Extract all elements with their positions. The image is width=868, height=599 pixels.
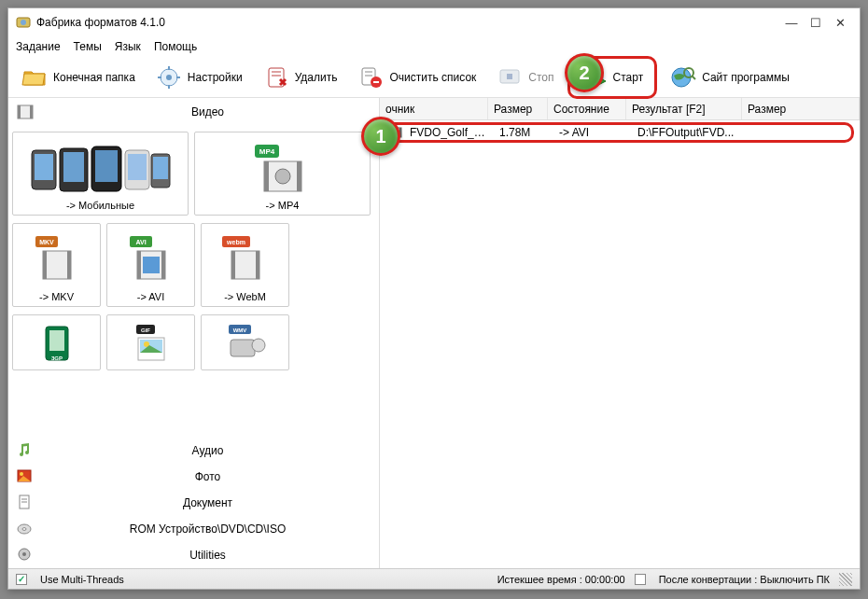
annotation-1: 1: [361, 117, 400, 156]
svg-point-68: [252, 339, 265, 352]
category-video-header[interactable]: Видео: [8, 98, 379, 126]
svg-text:MP4: MP4: [259, 147, 274, 156]
delete-label: Удалить: [295, 71, 338, 84]
delete-icon: [263, 64, 289, 91]
cell-result: D:\FFOutput\FVD...: [632, 126, 850, 139]
settings-button[interactable]: Настройки: [148, 61, 250, 94]
clear-list-button[interactable]: Очистить список: [350, 61, 483, 94]
svg-line-21: [692, 76, 695, 79]
svg-rect-30: [95, 150, 118, 182]
multithreads-label: Use Multi-Threads: [40, 574, 124, 585]
col-state[interactable]: Состояние: [548, 98, 626, 119]
afterconvert-checkbox[interactable]: [635, 574, 646, 585]
photo-label: Фото: [44, 470, 371, 483]
stop-button[interactable]: Стоп: [489, 61, 561, 94]
list-body[interactable]: FVDO_Golf_7... 1.78M -> AVI D:\FFOutput\…: [380, 120, 860, 568]
category-utilities[interactable]: Utilities: [8, 542, 379, 568]
stop-label: Стоп: [528, 71, 553, 84]
stop-icon: [497, 64, 523, 91]
maximize-button[interactable]: ☐: [804, 13, 828, 32]
category-document[interactable]: Документ: [8, 490, 379, 516]
minimize-button[interactable]: —: [779, 13, 804, 32]
tile-mp4[interactable]: MP4 -> MP4: [194, 132, 371, 216]
globe-icon: [670, 64, 696, 91]
col-result[interactable]: Результат [F2]: [626, 98, 742, 119]
tile-wmv[interactable]: WMV: [201, 314, 289, 370]
svg-text:AVI: AVI: [135, 239, 146, 245]
format-grid: -> Мобильные MP4 -> MP4: [8, 126, 379, 438]
clear-icon: [357, 64, 384, 91]
app-window: Фабрика форматов 4.1.0 — ☐ ✕ Задание Тем…: [7, 7, 861, 590]
svg-point-70: [20, 472, 23, 476]
svg-rect-23: [18, 105, 21, 118]
cell-state: -> AVI: [553, 126, 632, 139]
tile-mkv[interactable]: MKV -> MKV: [12, 223, 101, 307]
start-label: Старт: [613, 71, 644, 84]
svg-rect-28: [63, 152, 84, 182]
gear-icon: [156, 64, 182, 91]
delete-button[interactable]: Удалить: [256, 61, 345, 94]
annotation-2: 2: [565, 53, 604, 92]
multithreads-checkbox[interactable]: [16, 574, 27, 585]
tile-avi[interactable]: AVI -> AVI: [106, 223, 195, 307]
wmv-icon: WMV: [205, 321, 285, 366]
svg-text:GIF: GIF: [141, 327, 150, 333]
dest-folder-button[interactable]: Конечная папка: [14, 61, 143, 94]
svg-rect-39: [297, 161, 301, 191]
statusbar: Use Multi-Threads Истекшее время : 00:00…: [8, 568, 860, 589]
document-icon: [16, 494, 35, 512]
resize-grip[interactable]: [839, 573, 852, 586]
tile-3gp[interactable]: 3GP: [12, 314, 101, 370]
menu-language[interactable]: Язык: [115, 40, 141, 53]
menubar: Задание Темы Язык Помощь: [8, 36, 860, 57]
gif-icon: GIF: [111, 321, 190, 366]
elapsed-label: Истекшее время : 00:00:00: [497, 574, 625, 585]
titlebar: Фабрика форматов 4.1.0 — ☐ ✕: [8, 8, 860, 36]
mkv-icon: MKV: [17, 230, 96, 291]
category-list: Аудио Фото Документ ROM Устройство\DVD\C…: [8, 438, 379, 568]
svg-rect-44: [43, 251, 47, 279]
svg-rect-51: [143, 257, 160, 273]
svg-point-75: [22, 528, 26, 531]
svg-text:WMV: WMV: [232, 327, 246, 333]
rom-label: ROM Устройство\DVD\CD\ISO: [44, 522, 371, 536]
tile-label: -> AVI: [137, 291, 164, 302]
col-size2[interactable]: Размер: [742, 98, 860, 119]
svg-rect-26: [35, 154, 53, 180]
site-button[interactable]: Сайт программы: [663, 61, 797, 94]
svg-point-1: [21, 20, 26, 25]
tile-webm[interactable]: webm -> WebM: [201, 223, 289, 307]
gear-small-icon: [16, 546, 35, 564]
cell-name: FVDO_Golf_7...: [404, 126, 494, 139]
svg-point-40: [275, 169, 290, 184]
content: Видео -> Моб: [8, 98, 860, 568]
3gp-icon: 3GP: [17, 321, 96, 366]
svg-rect-67: [231, 340, 255, 356]
category-audio[interactable]: Аудио: [8, 438, 379, 464]
menu-themes[interactable]: Темы: [74, 40, 102, 53]
svg-rect-24: [30, 105, 33, 118]
category-rom[interactable]: ROM Устройство\DVD\CD\ISO: [8, 516, 379, 542]
category-video-label: Видео: [44, 105, 371, 118]
dest-folder-label: Конечная папка: [53, 71, 135, 84]
svg-rect-56: [256, 251, 259, 279]
tile-gif[interactable]: GIF: [106, 314, 195, 370]
svg-point-3: [166, 75, 172, 80]
category-photo[interactable]: Фото: [8, 464, 379, 490]
svg-rect-49: [137, 251, 141, 279]
menu-task[interactable]: Задание: [16, 40, 61, 53]
col-size[interactable]: Размер: [488, 98, 548, 119]
folder-icon: [21, 64, 48, 91]
menu-help[interactable]: Помощь: [154, 40, 197, 53]
close-button[interactable]: ✕: [828, 13, 852, 32]
tile-label: -> Мобильные: [66, 200, 134, 211]
left-panel: Видео -> Моб: [8, 98, 380, 568]
svg-rect-32: [128, 154, 147, 180]
file-row[interactable]: FVDO_Golf_7... 1.78M -> AVI D:\FFOutput\…: [382, 122, 854, 143]
tile-mobile[interactable]: -> Мобильные: [12, 132, 189, 216]
webm-icon: webm: [205, 230, 285, 291]
afterconvert-label: После конвертации : Выключить ПК: [659, 574, 830, 585]
col-source[interactable]: очник: [380, 98, 488, 119]
utilities-label: Utilities: [44, 549, 371, 562]
disc-icon: [16, 520, 35, 538]
